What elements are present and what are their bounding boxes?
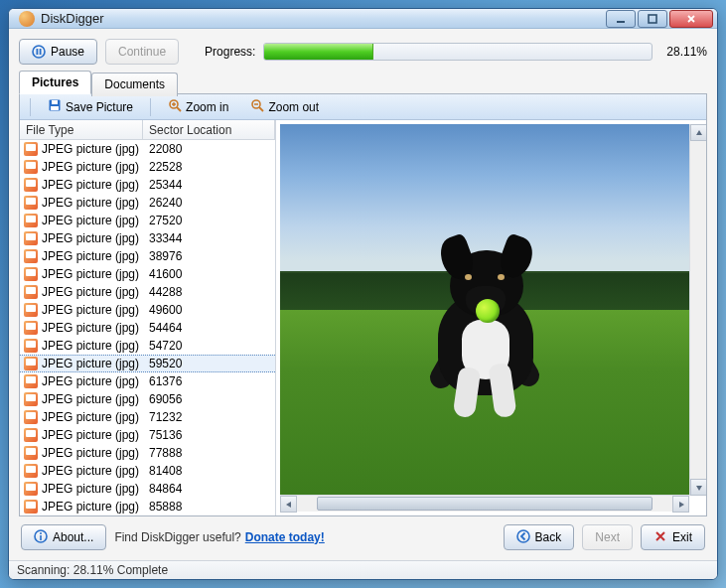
table-row[interactable]: JPEG picture (jpg)59520 bbox=[20, 355, 275, 372]
image-file-icon bbox=[24, 374, 38, 388]
exit-button[interactable]: Exit bbox=[641, 524, 705, 550]
minimize-button[interactable] bbox=[606, 10, 636, 28]
table-row[interactable]: JPEG picture (jpg)33344 bbox=[20, 229, 275, 247]
row-sector: 25344 bbox=[149, 178, 182, 192]
list-body[interactable]: JPEG picture (jpg)22080JPEG picture (jpg… bbox=[20, 140, 275, 515]
table-row[interactable]: JPEG picture (jpg)69056 bbox=[20, 390, 275, 408]
table-row[interactable]: JPEG picture (jpg)49600 bbox=[20, 301, 275, 319]
preview-horizontal-scrollbar[interactable] bbox=[280, 495, 689, 512]
window-title: DiskDigger bbox=[41, 11, 606, 26]
svg-point-2 bbox=[33, 46, 45, 58]
table-row[interactable]: JPEG picture (jpg)41600 bbox=[20, 265, 275, 283]
status-text: Scanning: 28.11% Complete bbox=[17, 563, 168, 577]
table-row[interactable]: JPEG picture (jpg)81408 bbox=[20, 462, 275, 480]
row-file-type: JPEG picture (jpg) bbox=[42, 428, 149, 442]
save-picture-button[interactable]: Save Picture bbox=[39, 96, 142, 118]
row-sector: 71232 bbox=[149, 410, 182, 424]
zoom-in-icon bbox=[168, 98, 182, 115]
table-row[interactable]: JPEG picture (jpg)22080 bbox=[20, 140, 275, 158]
image-file-icon bbox=[24, 267, 38, 281]
tab-strip: Pictures Documents bbox=[19, 71, 707, 94]
pause-button[interactable]: Pause bbox=[19, 39, 97, 65]
close-button[interactable] bbox=[669, 10, 713, 28]
row-sector: 77888 bbox=[149, 446, 182, 460]
row-file-type: JPEG picture (jpg) bbox=[42, 178, 149, 192]
donate-link[interactable]: Donate today! bbox=[245, 530, 325, 544]
zoom-in-button[interactable]: Zoom in bbox=[159, 96, 237, 118]
table-row[interactable]: JPEG picture (jpg)26240 bbox=[20, 194, 275, 212]
svg-line-9 bbox=[177, 107, 181, 111]
list-header: File Type Sector Location bbox=[20, 120, 275, 140]
image-file-icon bbox=[24, 231, 38, 245]
zoom-out-icon bbox=[250, 98, 264, 115]
info-icon bbox=[34, 529, 48, 546]
zoom-out-button[interactable]: Zoom out bbox=[241, 96, 328, 118]
col-file-type[interactable]: File Type bbox=[20, 120, 143, 139]
table-row[interactable]: JPEG picture (jpg)61376 bbox=[20, 372, 275, 390]
preview-vertical-scrollbar[interactable] bbox=[689, 124, 706, 496]
table-row[interactable]: JPEG picture (jpg)54464 bbox=[20, 319, 275, 337]
svg-point-18 bbox=[517, 530, 529, 542]
row-file-type: JPEG picture (jpg) bbox=[42, 196, 149, 210]
back-label: Back bbox=[535, 530, 562, 544]
scroll-left-button[interactable] bbox=[280, 496, 297, 513]
scroll-up-button[interactable] bbox=[690, 124, 706, 141]
svg-rect-17 bbox=[40, 535, 42, 540]
back-button[interactable]: Back bbox=[504, 524, 575, 550]
table-row[interactable]: JPEG picture (jpg)85888 bbox=[20, 498, 275, 515]
table-row[interactable]: JPEG picture (jpg)71232 bbox=[20, 408, 275, 426]
image-file-icon bbox=[24, 500, 38, 514]
about-button[interactable]: About... bbox=[21, 524, 106, 550]
useful-text: Find DiskDigger useful? bbox=[114, 530, 240, 544]
row-file-type: JPEG picture (jpg) bbox=[42, 410, 149, 424]
svg-rect-4 bbox=[40, 49, 42, 55]
row-sector: 84864 bbox=[149, 482, 182, 496]
donate-prompt: Find DiskDigger useful? Donate today! bbox=[114, 530, 324, 544]
image-file-icon bbox=[24, 196, 38, 210]
svg-rect-1 bbox=[649, 15, 656, 23]
progress-percent: 28.11% bbox=[666, 45, 707, 59]
maximize-button[interactable] bbox=[638, 10, 667, 28]
scroll-right-button[interactable] bbox=[672, 496, 689, 513]
row-file-type: JPEG picture (jpg) bbox=[42, 339, 149, 353]
progress-bar bbox=[263, 43, 653, 61]
col-sector[interactable]: Sector Location bbox=[143, 120, 275, 139]
svg-rect-3 bbox=[37, 49, 39, 55]
table-row[interactable]: JPEG picture (jpg)25344 bbox=[20, 176, 275, 194]
next-button: Next bbox=[582, 524, 633, 550]
titlebar[interactable]: DiskDigger bbox=[9, 9, 717, 29]
scroll-down-button[interactable] bbox=[690, 479, 706, 496]
exit-icon bbox=[653, 529, 667, 546]
table-row[interactable]: JPEG picture (jpg)84864 bbox=[20, 480, 275, 498]
row-file-type: JPEG picture (jpg) bbox=[42, 357, 149, 370]
image-file-icon bbox=[24, 357, 38, 370]
row-sector: 54464 bbox=[149, 321, 182, 335]
image-file-icon bbox=[24, 321, 38, 335]
footer: About... Find DiskDigger useful? Donate … bbox=[19, 516, 707, 556]
table-row[interactable]: JPEG picture (jpg)75136 bbox=[20, 426, 275, 444]
tab-pictures[interactable]: Pictures bbox=[19, 71, 91, 94]
next-label: Next bbox=[595, 530, 620, 544]
table-row[interactable]: JPEG picture (jpg)54720 bbox=[20, 337, 275, 355]
table-row[interactable]: JPEG picture (jpg)77888 bbox=[20, 444, 275, 462]
row-file-type: JPEG picture (jpg) bbox=[42, 267, 149, 281]
row-file-type: JPEG picture (jpg) bbox=[42, 303, 149, 317]
tab-documents-label: Documents bbox=[104, 77, 165, 91]
image-file-icon bbox=[24, 214, 38, 227]
image-file-icon bbox=[24, 410, 38, 424]
back-icon bbox=[516, 529, 530, 546]
table-row[interactable]: JPEG picture (jpg)27520 bbox=[20, 212, 275, 229]
table-row[interactable]: JPEG picture (jpg)22528 bbox=[20, 158, 275, 176]
panel-toolbar: Save Picture Zoom in Zoom out bbox=[20, 94, 706, 120]
row-sector: 49600 bbox=[149, 303, 182, 317]
save-picture-label: Save Picture bbox=[66, 100, 133, 114]
svg-point-16 bbox=[40, 532, 42, 534]
row-sector: 54720 bbox=[149, 339, 182, 353]
tab-documents[interactable]: Documents bbox=[91, 73, 178, 96]
image-file-icon bbox=[24, 464, 38, 478]
table-row[interactable]: JPEG picture (jpg)38976 bbox=[20, 247, 275, 265]
file-list-pane: File Type Sector Location JPEG picture (… bbox=[20, 120, 276, 515]
table-row[interactable]: JPEG picture (jpg)44288 bbox=[20, 283, 275, 301]
hscroll-thumb[interactable] bbox=[317, 497, 653, 511]
row-file-type: JPEG picture (jpg) bbox=[42, 285, 149, 299]
